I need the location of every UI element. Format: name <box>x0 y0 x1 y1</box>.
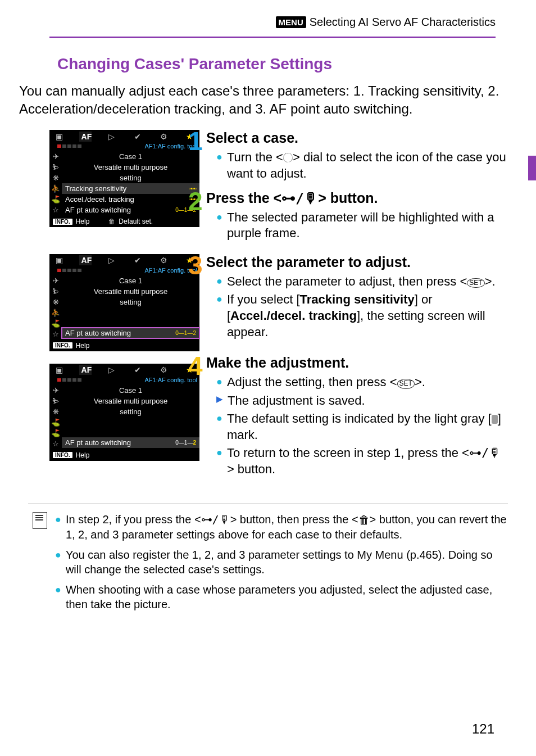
step-3-bullet-2: If you select [Tracking sensitivity] or … <box>227 292 508 340</box>
default-label: Default set. <box>119 218 153 225</box>
trash-icon: 🗑 <box>108 218 115 225</box>
case-desc-2: setting <box>62 173 199 183</box>
info-badge: INFO. <box>53 219 72 225</box>
param-tracking: Tracking sensitivity▫•▫•▫ <box>62 183 199 194</box>
rate-button-icon: ⊶/🎙 <box>201 513 230 526</box>
bullet-icon: ● <box>216 150 222 165</box>
tab-custom-icon: ⚙ <box>157 132 170 141</box>
case-desc-1: Versatile multi purpose <box>62 162 199 173</box>
step-1-bullet: Turn the <> dial to select the icon of t… <box>227 150 508 182</box>
rate-button-icon: ⊶/🎙 <box>469 446 501 460</box>
help-label: Help <box>76 218 90 225</box>
param-afpt-adjusted: AF pt auto switching0—1—2 <box>62 437 199 448</box>
bullet-icon: ● <box>216 445 222 460</box>
tab-af: AF <box>79 132 92 142</box>
section-title: Changing Cases' Parameter Settings <box>57 55 536 73</box>
bullet-icon: ● <box>55 582 61 597</box>
menu-badge: MENU <box>276 16 306 28</box>
param-afpt-selected: AF pt auto switching0—1—2 <box>62 328 199 338</box>
set-button-icon: SET <box>397 379 415 389</box>
param-accel: Accel./decel. tracking▫•▫•▫ <box>62 194 199 205</box>
page-header: MENU Selecting AI Servo AF Characteristi… <box>0 0 536 29</box>
tab-camera-icon: ▣ <box>53 132 65 141</box>
step-4-title: Make the adjustment. <box>206 355 508 371</box>
intro-paragraph: You can manually adjust each case's thre… <box>19 82 502 117</box>
camera-screenshot-3: ▣AF▷✔⚙★ AF1:AF config. tool ✈⛷❋⛳⛳☆ Case … <box>49 364 199 461</box>
param-afpt: AF pt auto switching0—1—2 <box>62 205 199 215</box>
set-button-icon: SET <box>467 278 484 288</box>
rate-button-icon: ⊶/🎙 <box>281 190 318 206</box>
step-number-3: 3 <box>188 254 203 277</box>
step-1-title: Select a case. <box>206 130 508 146</box>
step-4-bullet-2: The adjustment is saved. <box>228 393 365 409</box>
quick-dial-icon <box>283 153 293 162</box>
tab-play-icon: ▷ <box>105 132 117 141</box>
tab-wrench-icon: ✔ <box>131 132 144 141</box>
bullet-icon: ● <box>216 374 222 390</box>
gray-marker-icon <box>492 415 498 424</box>
header-text: Selecting AI Servo AF Characteristics <box>310 16 496 29</box>
note-3: When shooting with a case whose paramete… <box>66 582 508 612</box>
case-label: Case 1 <box>62 151 199 162</box>
bullet-icon: ● <box>216 274 222 289</box>
step-2-title: Press the <⊶/🎙> button. <box>206 190 508 206</box>
triangle-bullet-icon: ▶ <box>216 393 223 406</box>
step-3-bullet-1: Select the parameter to adjust, then pre… <box>227 274 496 290</box>
note-1: In step 2, if you press the <⊶/🎙> button… <box>66 512 508 542</box>
note-box: ●In step 2, if you press the <⊶/🎙> butto… <box>28 504 508 617</box>
step-number-4: 4 <box>188 355 203 378</box>
step-4-bullet-4: To return to the screen in step 1, press… <box>227 445 508 477</box>
bullet-icon: ● <box>216 411 222 426</box>
note-icon <box>33 512 47 529</box>
step-2-bullet: The selected parameter will be highlight… <box>227 210 508 242</box>
header-divider <box>49 37 496 38</box>
step-3-title: Select the parameter to adjust. <box>206 254 508 270</box>
step-4-bullet-1: Adjust the setting, then press <SET>. <box>227 374 425 391</box>
camera-screenshot-2: ▣AF▷✔⚙★ AF1:AF config. tool ✈⛷❋⛹⛳☆ Case … <box>49 254 199 351</box>
page-number: 121 <box>472 721 494 737</box>
camera-screenshot-1: ▣ AF ▷ ✔ ⚙ ★ AF1:AF config. tool ✈⛷❋⛹⛳☆ … <box>49 130 199 227</box>
bullet-icon: ● <box>216 210 222 225</box>
step-number-1: 1 <box>188 130 203 153</box>
bullet-icon: ● <box>55 512 61 527</box>
note-2: You can also register the 1, 2, and 3 pa… <box>66 547 508 577</box>
bullet-icon: ● <box>55 547 61 563</box>
step-4-bullet-3: The default setting is indicated by the … <box>227 411 508 443</box>
section-edge-tab <box>528 156 536 180</box>
bullet-icon: ● <box>216 292 222 307</box>
step-number-2: 2 <box>188 190 203 213</box>
trash-icon: 🗑 <box>358 513 370 527</box>
